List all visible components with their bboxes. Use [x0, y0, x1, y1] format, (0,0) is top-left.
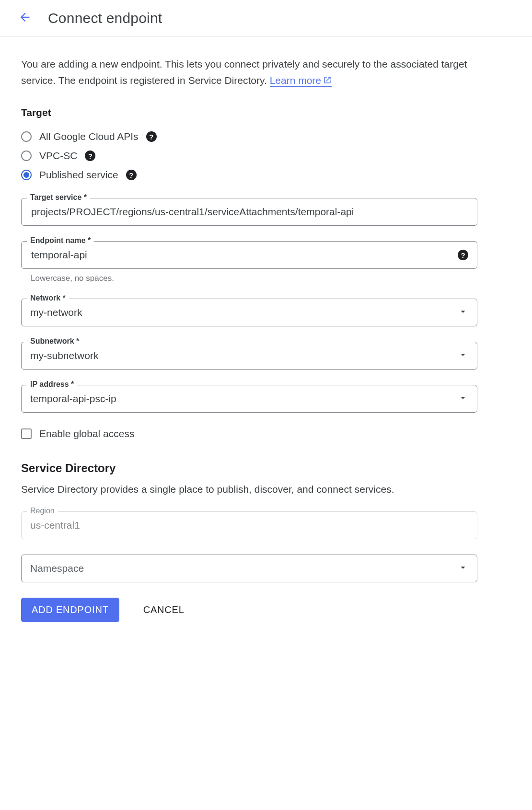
- external-link-icon: [323, 73, 332, 89]
- namespace-placeholder: Namespace: [30, 563, 452, 574]
- add-endpoint-button[interactable]: ADD ENDPOINT: [21, 598, 119, 622]
- region-input: us-central1: [21, 511, 477, 539]
- intro-body: You are adding a new endpoint. This lets…: [21, 58, 467, 86]
- chevron-down-icon: [458, 306, 468, 319]
- arrow-left-icon: [18, 11, 32, 26]
- chevron-down-icon: [458, 349, 468, 362]
- target-service-input[interactable]: [30, 206, 468, 218]
- cancel-button[interactable]: CANCEL: [140, 604, 187, 616]
- intro-text: You are adding a new endpoint. This lets…: [21, 56, 477, 89]
- radio-icon: [21, 170, 32, 180]
- form-actions: ADD ENDPOINT CANCEL: [21, 598, 477, 622]
- service-directory-description: Service Directory provides a single plac…: [21, 484, 477, 495]
- namespace-field: Namespace: [21, 555, 477, 582]
- radio-published-service[interactable]: Published service ?: [21, 165, 477, 185]
- enable-global-access-checkbox[interactable]: Enable global access: [21, 428, 477, 440]
- endpoint-name-input-wrap: ?: [21, 241, 477, 269]
- help-icon[interactable]: ?: [458, 250, 468, 260]
- namespace-select[interactable]: Namespace: [21, 555, 477, 582]
- target-service-field: Target service *: [21, 198, 477, 226]
- subnetwork-value: my-subnetwork: [30, 350, 452, 361]
- radio-label: All Google Cloud APIs: [39, 131, 139, 142]
- chevron-down-icon: [458, 393, 468, 405]
- network-select[interactable]: my-network: [21, 299, 477, 326]
- page-header: Connect endpoint: [0, 0, 532, 37]
- network-field: Network * my-network: [21, 299, 477, 326]
- help-icon[interactable]: ?: [126, 170, 137, 180]
- field-label: IP address *: [27, 380, 77, 389]
- field-label: Region: [27, 507, 58, 515]
- region-value: us-central1: [30, 520, 468, 531]
- endpoint-name-field: Endpoint name * ? Lowercase, no spaces.: [21, 241, 477, 283]
- radio-all-google-apis[interactable]: All Google Cloud APIs ?: [21, 127, 477, 146]
- ip-address-value: temporal-api-psc-ip: [30, 393, 452, 405]
- help-icon[interactable]: ?: [146, 131, 157, 142]
- checkbox-icon: [21, 428, 32, 439]
- chevron-down-icon: [458, 562, 468, 575]
- learn-more-link[interactable]: Learn more: [270, 75, 332, 87]
- ip-address-select[interactable]: temporal-api-psc-ip: [21, 385, 477, 413]
- radio-vpc-sc[interactable]: VPC-SC ?: [21, 146, 477, 165]
- radio-label: Published service: [39, 169, 118, 181]
- field-label: Endpoint name *: [27, 236, 94, 245]
- checkbox-label: Enable global access: [39, 428, 134, 440]
- region-field: Region us-central1: [21, 511, 477, 539]
- target-service-input-wrap: [21, 198, 477, 226]
- page-title: Connect endpoint: [48, 10, 162, 26]
- target-radio-group: All Google Cloud APIs ? VPC-SC ? Publish…: [21, 127, 477, 185]
- field-label: Network *: [27, 294, 69, 302]
- service-directory-title: Service Directory: [21, 462, 477, 475]
- help-icon[interactable]: ?: [85, 150, 95, 161]
- back-button[interactable]: [15, 9, 35, 28]
- radio-icon: [21, 150, 32, 161]
- target-section-label: Target: [21, 107, 477, 118]
- radio-label: VPC-SC: [39, 150, 77, 162]
- ip-address-field: IP address * temporal-api-psc-ip: [21, 385, 477, 413]
- subnetwork-field: Subnetwork * my-subnetwork: [21, 342, 477, 370]
- subnetwork-select[interactable]: my-subnetwork: [21, 342, 477, 370]
- endpoint-name-helper: Lowercase, no spaces.: [21, 274, 477, 283]
- field-label: Subnetwork *: [27, 337, 82, 346]
- network-value: my-network: [30, 307, 452, 318]
- endpoint-name-input[interactable]: [30, 249, 452, 261]
- field-label: Target service *: [27, 193, 90, 202]
- radio-icon: [21, 131, 32, 142]
